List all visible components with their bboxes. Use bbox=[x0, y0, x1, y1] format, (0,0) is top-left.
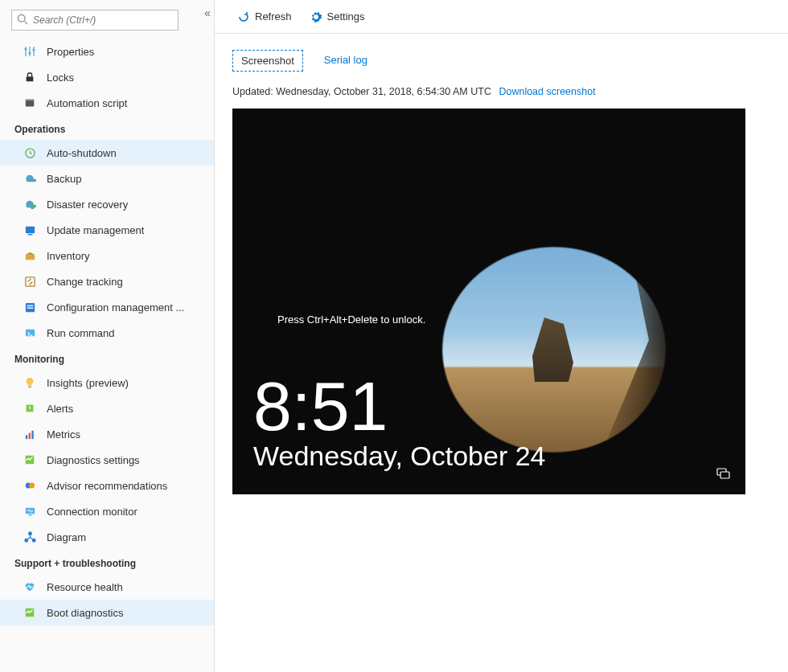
settings-button[interactable]: Settings bbox=[310, 10, 365, 23]
sidebar-item-alerts[interactable]: Alerts bbox=[0, 395, 214, 421]
svg-point-31 bbox=[28, 531, 31, 535]
sidebar-item-backup[interactable]: Backup bbox=[0, 166, 214, 191]
svg-rect-19 bbox=[27, 307, 33, 308]
sidebar-item-label: Backup bbox=[47, 173, 81, 185]
svg-rect-24 bbox=[28, 432, 30, 439]
script-icon bbox=[23, 96, 37, 110]
sidebar-item-change-tracking[interactable]: Change tracking bbox=[0, 268, 214, 294]
tabs: Screenshot Serial log bbox=[232, 50, 770, 72]
tab-screenshot[interactable]: Screenshot bbox=[232, 50, 303, 72]
sidebar-item-label: Advisor recommendations bbox=[47, 480, 167, 492]
main-content: Refresh Settings Screenshot Serial log U… bbox=[215, 0, 788, 672]
sidebar-item-label: Alerts bbox=[47, 403, 73, 415]
advisor-icon bbox=[23, 478, 37, 493]
sidebar-item-label: Inventory bbox=[47, 250, 89, 262]
svg-rect-16 bbox=[25, 277, 34, 285]
search-input[interactable] bbox=[11, 10, 179, 31]
sidebar-item-locks[interactable]: Locks bbox=[0, 64, 214, 90]
sidebar-item-label: Run command bbox=[47, 327, 115, 339]
lockscreen-clock: 8:51 Wednesday, October 24 bbox=[253, 375, 546, 472]
sidebar-item-disaster-recovery[interactable]: Disaster recovery bbox=[0, 191, 214, 217]
sidebar-item-advisor[interactable]: Advisor recommendations bbox=[0, 473, 214, 498]
boot-diagnostics-icon bbox=[23, 605, 37, 620]
sidebar-item-label: Metrics bbox=[47, 428, 80, 440]
sidebar-item-inventory[interactable]: Inventory bbox=[0, 243, 214, 268]
lock-icon bbox=[23, 70, 37, 84]
svg-rect-23 bbox=[25, 435, 27, 439]
svg-rect-30 bbox=[28, 514, 31, 515]
screenshot-preview: Press Ctrl+Alt+Delete to unlock. 8:51 We… bbox=[232, 109, 745, 494]
svg-point-28 bbox=[29, 483, 35, 489]
sidebar-scroll[interactable]: Properties Locks Automation script Opera… bbox=[0, 0, 214, 672]
sidebar-item-label: Diagram bbox=[47, 531, 86, 543]
sidebar-item-metrics[interactable]: Metrics bbox=[0, 421, 214, 447]
content-area: Screenshot Serial log Updated: Wednesday… bbox=[215, 34, 788, 672]
svg-rect-21 bbox=[28, 386, 31, 387]
diagnostics-icon bbox=[23, 453, 37, 467]
update-icon bbox=[23, 223, 37, 237]
updated-row: Updated: Wednesday, October 31, 2018, 6:… bbox=[232, 86, 770, 97]
sidebar-item-label: Change tracking bbox=[47, 276, 123, 288]
svg-rect-13 bbox=[25, 226, 34, 232]
section-header-monitoring: Monitoring bbox=[0, 346, 214, 370]
search-icon bbox=[17, 14, 28, 25]
svg-point-0 bbox=[18, 14, 25, 22]
network-icon bbox=[716, 467, 731, 480]
search-container bbox=[11, 10, 203, 31]
download-screenshot-link[interactable]: Download screenshot bbox=[499, 86, 595, 97]
svg-rect-14 bbox=[27, 234, 32, 235]
sidebar-item-label: Connection monitor bbox=[47, 506, 137, 518]
svg-rect-36 bbox=[720, 472, 729, 478]
sidebar-item-label: Auto-shutdown bbox=[47, 147, 117, 159]
sidebar-item-diagnostics-settings[interactable]: Diagnostics settings bbox=[0, 447, 214, 473]
config-icon bbox=[23, 300, 37, 314]
tab-serial-log[interactable]: Serial log bbox=[316, 50, 376, 72]
sidebar-item-automation-script[interactable]: Automation script bbox=[0, 90, 214, 116]
backup-icon bbox=[23, 171, 37, 186]
change-tracking-icon bbox=[23, 274, 37, 289]
sidebar-item-diagram[interactable]: Diagram bbox=[0, 524, 214, 550]
connection-monitor-icon bbox=[23, 504, 37, 518]
metrics-icon bbox=[23, 427, 37, 441]
updated-label: Updated: Wednesday, October 31, 2018, 6:… bbox=[232, 86, 491, 97]
svg-rect-25 bbox=[31, 430, 33, 438]
section-header-support: Support + troubleshooting bbox=[0, 550, 214, 574]
sidebar-item-auto-shutdown[interactable]: Auto-shutdown bbox=[0, 140, 214, 166]
sidebar-item-update-management[interactable]: Update management bbox=[0, 217, 214, 243]
sidebar-item-label: Insights (preview) bbox=[47, 377, 129, 389]
sidebar-item-configuration-management[interactable]: Configuration management ... bbox=[0, 294, 214, 320]
svg-point-5 bbox=[24, 47, 27, 50]
diagram-icon bbox=[23, 530, 37, 544]
lockscreen-hint: Press Ctrl+Alt+Delete to unlock. bbox=[277, 313, 425, 326]
sidebar-item-resource-health[interactable]: Resource health bbox=[0, 574, 214, 600]
insights-icon bbox=[23, 375, 37, 390]
resource-health-icon bbox=[23, 580, 37, 594]
sidebar-item-properties[interactable]: Properties bbox=[0, 39, 214, 64]
refresh-button[interactable]: Refresh bbox=[237, 10, 292, 23]
svg-rect-15 bbox=[25, 254, 34, 260]
sidebar-item-label: Automation script bbox=[47, 97, 127, 109]
svg-rect-10 bbox=[26, 100, 35, 101]
sidebar: « Properties Locks Automation script Ope… bbox=[0, 0, 215, 672]
run-command-icon bbox=[23, 326, 37, 340]
inventory-icon bbox=[23, 248, 37, 263]
sidebar-item-label: Configuration management ... bbox=[47, 301, 184, 313]
section-header-operations: Operations bbox=[0, 116, 214, 140]
sidebar-item-label: Diagnostics settings bbox=[47, 454, 140, 466]
svg-line-1 bbox=[25, 22, 28, 25]
svg-rect-8 bbox=[27, 76, 34, 81]
clock-icon bbox=[23, 145, 37, 160]
sidebar-item-insights[interactable]: Insights (preview) bbox=[0, 370, 214, 395]
sidebar-item-label: Locks bbox=[47, 72, 74, 84]
sidebar-item-label: Boot diagnostics bbox=[47, 607, 123, 619]
svg-point-12 bbox=[30, 204, 35, 209]
settings-label: Settings bbox=[327, 10, 365, 23]
alerts-icon bbox=[23, 401, 37, 416]
gear-icon bbox=[310, 10, 322, 23]
sidebar-item-label: Update management bbox=[47, 224, 144, 236]
svg-rect-18 bbox=[27, 305, 33, 305]
sidebar-item-connection-monitor[interactable]: Connection monitor bbox=[0, 498, 214, 524]
sidebar-item-run-command[interactable]: Run command bbox=[0, 320, 214, 346]
sidebar-item-boot-diagnostics[interactable]: Boot diagnostics bbox=[0, 600, 214, 625]
toolbar: Refresh Settings bbox=[215, 0, 788, 34]
